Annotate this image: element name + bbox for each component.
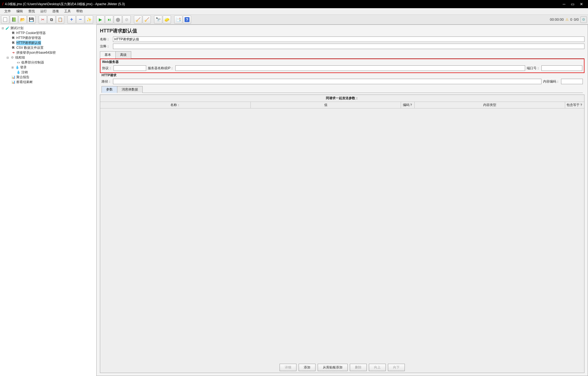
encoding-input[interactable] xyxy=(561,79,583,84)
tree-item-csv[interactable]: 🛠 CSV 数据文件设置 xyxy=(0,45,96,50)
port-input[interactable] xyxy=(541,65,582,71)
settings-button[interactable]: ⚙ xyxy=(580,16,587,23)
delete-button[interactable]: 删除 xyxy=(350,364,367,371)
test-plan-tree[interactable]: ⊟ 🧪 测试计划 🛠 HTTP Cookie管理器 🛠 HTTP缓存管理器 🛠 … xyxy=(0,25,97,376)
report-icon: 📊 xyxy=(11,80,16,84)
open-icon: 📂 xyxy=(20,17,25,22)
list-icon: 📑 xyxy=(176,17,181,22)
search-tree-button[interactable]: 🔭 xyxy=(154,16,162,24)
report-icon: 📊 xyxy=(11,75,16,79)
col-name[interactable]: 名称： xyxy=(100,102,251,108)
reset-search-button[interactable]: 🧽 xyxy=(163,16,171,24)
play-multi-icon: ⏯ xyxy=(107,17,111,22)
tree-item-logout[interactable]: 💧 注销 xyxy=(0,70,96,75)
clear-button[interactable]: 🧹 xyxy=(134,16,142,24)
copy-button[interactable]: ⧉ xyxy=(47,16,56,24)
menu-search[interactable]: 查找 xyxy=(26,8,38,14)
tree-label: CSV 数据文件设置 xyxy=(16,46,44,50)
path-input[interactable] xyxy=(113,79,541,84)
menu-run[interactable]: 运行 xyxy=(38,8,50,14)
params-area: 同请求一起发送参数： 名称： 值 编码？ 内容类型 包含等于？ 详细 添加 从剪… xyxy=(100,95,584,373)
server-input[interactable] xyxy=(175,65,525,71)
minus-icon: − xyxy=(79,17,82,22)
tree-label: HTTP缓存管理器 xyxy=(16,36,41,40)
tree-item-cache[interactable]: 🛠 HTTP缓存管理器 xyxy=(0,35,96,40)
tree-label: 线程组 xyxy=(15,55,25,60)
broom-icon: 🧹 xyxy=(136,17,141,22)
start-no-pause-button[interactable]: ⏯ xyxy=(105,16,113,24)
templates-button[interactable]: 📗 xyxy=(10,16,18,24)
col-include[interactable]: 包含等于？ xyxy=(565,102,584,108)
collapse-button[interactable]: − xyxy=(76,16,84,24)
wand-icon: ✨ xyxy=(87,17,92,22)
paste-button[interactable]: 📋 xyxy=(56,16,64,24)
encoding-label: 内容编码： xyxy=(543,79,559,84)
params-table-body[interactable] xyxy=(100,108,584,362)
flask-icon: 🧪 xyxy=(5,26,10,30)
tree-root-label: 测试计划 xyxy=(10,26,23,31)
help-icon: ? xyxy=(185,17,189,22)
col-ctype[interactable]: 内容类型 xyxy=(415,102,565,108)
comment-input[interactable] xyxy=(113,44,584,49)
stop-icon: ⬤ xyxy=(116,17,120,22)
col-encode[interactable]: 编码？ xyxy=(401,102,415,108)
toggle-icon[interactable]: ⊟ xyxy=(6,56,9,59)
new-button[interactable] xyxy=(1,16,9,24)
tree-label: HTTP Cookie管理器 xyxy=(16,31,46,35)
down-button[interactable]: 向下 xyxy=(388,364,405,371)
col-value[interactable]: 值 xyxy=(251,102,401,108)
stop-button[interactable]: ⬤ xyxy=(114,16,122,24)
toggle-icon[interactable]: ⊟ xyxy=(1,27,4,30)
titlebar: / 4.0模板.jmx (C:\Users\Vayne\Desktop\压力测试… xyxy=(0,0,588,8)
function-helper-button[interactable]: 📑 xyxy=(174,16,182,24)
start-button[interactable]: ▶ xyxy=(96,16,105,24)
subtab-params[interactable]: 参数 xyxy=(102,86,117,93)
tree-item-aggregate[interactable]: 📊 聚合报告 xyxy=(0,75,96,80)
binoculars-icon: 🔭 xyxy=(156,17,161,22)
add-clipboard-button[interactable]: 从剪贴板添加 xyxy=(318,364,348,371)
tree-item-results-tree[interactable]: 📊 察看结果树 xyxy=(0,80,96,84)
comment-label: 注释： xyxy=(100,44,111,49)
help-button[interactable]: ? xyxy=(183,16,191,24)
thread-icon: ⚙ xyxy=(10,55,14,60)
tab-basic[interactable]: 基本 xyxy=(100,51,116,59)
server-label: 服务器名称或IP： xyxy=(148,66,174,71)
tree-item-preprocessor[interactable]: ➜ 拼接登录json并base64加密 xyxy=(0,50,96,55)
up-button[interactable]: 向上 xyxy=(369,364,386,371)
tree-item-cookie[interactable]: 🛠 HTTP Cookie管理器 xyxy=(0,31,96,35)
clear-all-button[interactable]: 🧹 xyxy=(143,16,151,24)
menu-options[interactable]: 选项 xyxy=(50,8,62,14)
copy-icon: ⧉ xyxy=(50,17,53,22)
shutdown-button[interactable]: ⊘ xyxy=(122,16,131,24)
tab-advanced[interactable]: 高级 xyxy=(115,51,131,59)
cut-button[interactable]: ✂ xyxy=(39,16,47,24)
warning-count: 0 xyxy=(570,17,572,22)
menu-help[interactable]: 帮助 xyxy=(74,8,85,14)
protocol-input[interactable] xyxy=(114,65,146,71)
tree-label: HTTP请求默认值 xyxy=(16,41,41,45)
tree-item-http-defaults[interactable]: 🛠 HTTP请求默认值 xyxy=(0,40,96,45)
close-button[interactable]: ✕ xyxy=(580,2,583,6)
add-button[interactable]: 添加 xyxy=(299,364,316,371)
tree-root[interactable]: ⊟ 🧪 测试计划 xyxy=(0,26,96,31)
expand-button[interactable]: + xyxy=(68,16,76,24)
open-button[interactable]: 📂 xyxy=(19,16,27,24)
menu-tools[interactable]: 工具 xyxy=(62,8,74,14)
save-button[interactable]: 💾 xyxy=(27,16,35,24)
timer-display: 00:00:00 xyxy=(550,17,564,22)
plus-icon: + xyxy=(70,17,73,22)
toggle-button[interactable]: ✨ xyxy=(85,16,93,24)
menu-edit[interactable]: 编辑 xyxy=(14,8,26,14)
warning-icon[interactable]: ⚠ xyxy=(565,17,569,22)
tree-item-login[interactable]: ⊞ 💧 登录 xyxy=(0,65,96,70)
toggle-icon[interactable]: ⊞ xyxy=(11,66,14,69)
menu-file[interactable]: 文件 xyxy=(2,8,14,14)
name-input[interactable] xyxy=(113,37,584,42)
minimize-button[interactable]: ─ xyxy=(563,2,565,6)
maximize-button[interactable]: ▭ xyxy=(571,2,574,6)
subtab-body[interactable]: 消息体数据 xyxy=(117,86,143,93)
detail-button[interactable]: 详细 xyxy=(280,364,296,371)
params-table-header: 名称： 值 编码？ 内容类型 包含等于？ xyxy=(100,102,584,108)
tree-item-critical[interactable]: ▭ 临界部分控制器 xyxy=(0,60,96,65)
tree-thread-group[interactable]: ⊟ ⚙ 线程组 xyxy=(0,55,96,60)
